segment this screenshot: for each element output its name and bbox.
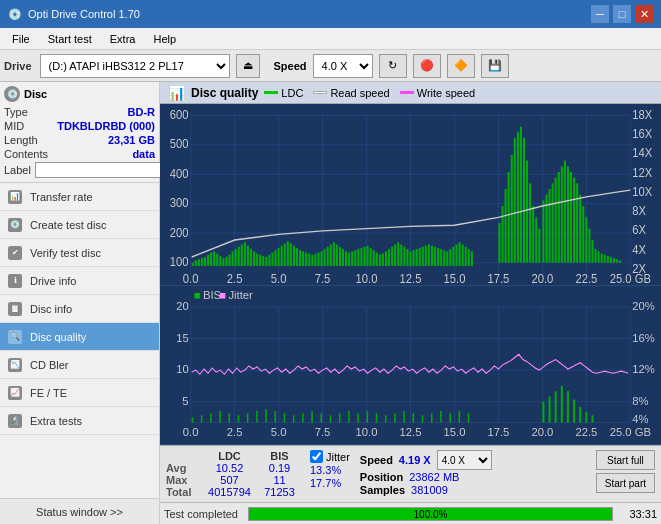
- svg-rect-237: [376, 414, 378, 423]
- svg-rect-238: [385, 416, 387, 423]
- max-jitter: 17.7%: [310, 477, 341, 489]
- sidebar-item-cd-bler[interactable]: 📉 CD Bler: [0, 351, 159, 379]
- svg-text:20.0: 20.0: [531, 272, 553, 286]
- legend-ldc-label: LDC: [281, 87, 303, 99]
- svg-text:300: 300: [170, 196, 189, 211]
- sidebar-item-transfer-rate[interactable]: 📊 Transfer rate: [0, 183, 159, 211]
- sidebar-item-extra-tests[interactable]: 🔬 Extra tests: [0, 407, 159, 435]
- drive-select[interactable]: (D:) ATAPI iHBS312 2 PL17: [40, 54, 230, 78]
- progress-bar-container: Test completed 100.0% 33:31: [160, 502, 661, 524]
- status-window-button[interactable]: Status window >>: [0, 498, 159, 524]
- svg-rect-99: [360, 248, 362, 266]
- disc-label-row: Label 🔍: [4, 162, 155, 178]
- bis-header: BIS: [257, 450, 302, 462]
- svg-rect-60: [241, 245, 243, 267]
- eject-button[interactable]: ⏏: [236, 54, 260, 78]
- svg-rect-241: [413, 414, 415, 423]
- legend: LDC Read speed Write speed: [264, 87, 475, 99]
- svg-text:10X: 10X: [632, 184, 652, 199]
- sidebar-item-verify-test-disc[interactable]: ✔ Verify test disc: [0, 239, 159, 267]
- close-button[interactable]: ✕: [635, 5, 653, 23]
- svg-rect-164: [585, 217, 587, 262]
- menu-extra[interactable]: Extra: [102, 31, 144, 47]
- speed-select[interactable]: 4.0 X: [313, 54, 373, 78]
- svg-rect-125: [440, 249, 442, 266]
- svg-text:600: 600: [170, 107, 189, 122]
- svg-rect-149: [538, 229, 540, 263]
- disc-mid-row: MID TDKBLDRBD (000): [4, 120, 155, 132]
- drive-info-icon: ℹ: [8, 274, 22, 288]
- transfer-rate-icon: 📊: [8, 190, 22, 204]
- start-part-button[interactable]: Start part: [596, 473, 655, 493]
- svg-text:7.5: 7.5: [315, 427, 331, 439]
- svg-rect-139: [508, 172, 510, 263]
- menu-starttest[interactable]: Start test: [40, 31, 100, 47]
- sidebar-item-disc-info-label: Disc info: [30, 303, 72, 315]
- extra-tests-icon: 🔬: [8, 414, 22, 428]
- svg-rect-171: [607, 256, 609, 263]
- svg-rect-112: [400, 245, 402, 267]
- svg-rect-157: [564, 161, 566, 263]
- jitter-checkbox[interactable]: [310, 450, 323, 463]
- svg-text:8X: 8X: [632, 204, 646, 219]
- maximize-button[interactable]: □: [613, 5, 631, 23]
- sidebar-item-drive-info[interactable]: ℹ Drive info: [0, 267, 159, 295]
- refresh-button[interactable]: ↻: [379, 54, 407, 78]
- minimize-button[interactable]: ─: [591, 5, 609, 23]
- sidebar-item-disc-info[interactable]: 📋 Disc info: [0, 295, 159, 323]
- total-label: Total: [166, 486, 202, 498]
- speed-dropdown[interactable]: 4.0 X: [437, 450, 492, 470]
- time-display: 33:31: [617, 508, 657, 520]
- disc-mid-label: MID: [4, 120, 24, 132]
- titlebar: 💿 Opti Drive Control 1.70 ─ □ ✕: [0, 0, 661, 28]
- svg-rect-75: [287, 241, 289, 266]
- menu-file[interactable]: File: [4, 31, 38, 47]
- progress-label: 100.0%: [249, 508, 612, 522]
- max-jitter-val: 17.7%: [310, 477, 350, 489]
- toolbar: Drive (D:) ATAPI iHBS312 2 PL17 ⏏ Speed …: [0, 50, 661, 82]
- svg-rect-119: [422, 247, 424, 266]
- disc-mid-value: TDKBLDRBD (000): [57, 120, 155, 132]
- jitter-checkbox-row: Jitter: [310, 450, 350, 463]
- svg-rect-91: [336, 245, 338, 267]
- svg-rect-102: [370, 248, 372, 266]
- svg-text:15.0: 15.0: [444, 272, 466, 286]
- svg-rect-256: [591, 416, 593, 423]
- svg-rect-45: [195, 260, 197, 266]
- legend-read-speed: Read speed: [313, 87, 389, 99]
- svg-rect-101: [367, 246, 369, 266]
- svg-text:5.0: 5.0: [271, 427, 287, 439]
- svg-rect-249: [549, 397, 551, 423]
- svg-text:10: 10: [176, 363, 188, 375]
- sidebar-item-disc-quality[interactable]: 🔍 Disc quality: [0, 323, 159, 351]
- avg-jitter-val: 13.3%: [310, 464, 350, 476]
- svg-rect-46: [198, 259, 200, 266]
- avg-label: Avg: [166, 462, 202, 474]
- sidebar-item-fe-te[interactable]: 📈 FE / TE: [0, 379, 159, 407]
- start-full-button[interactable]: Start full: [596, 450, 655, 470]
- disc-icon: 💿: [4, 86, 20, 102]
- svg-rect-144: [523, 138, 525, 263]
- svg-text:20: 20: [176, 300, 188, 312]
- save-button[interactable]: 💾: [481, 54, 509, 78]
- svg-rect-90: [333, 242, 335, 266]
- disc-type-label: Type: [4, 106, 28, 118]
- svg-text:2.5: 2.5: [227, 427, 243, 439]
- svg-rect-168: [598, 251, 600, 262]
- svg-rect-104: [376, 252, 378, 266]
- svg-rect-86: [321, 251, 323, 266]
- menu-help[interactable]: Help: [145, 31, 184, 47]
- settings-button2[interactable]: 🔶: [447, 54, 475, 78]
- sidebar-item-drive-info-label: Drive info: [30, 275, 76, 287]
- sidebar-item-transfer-rate-label: Transfer rate: [30, 191, 93, 203]
- svg-rect-74: [284, 243, 286, 266]
- svg-rect-77: [293, 246, 295, 266]
- svg-text:■: ■: [219, 289, 226, 301]
- disc-label-input[interactable]: [35, 162, 168, 178]
- sidebar-item-create-test-disc[interactable]: 💿 Create test disc: [0, 211, 159, 239]
- svg-rect-170: [604, 255, 606, 263]
- settings-button1[interactable]: 🔴: [413, 54, 441, 78]
- disc-header: 💿 Disc: [4, 86, 155, 102]
- svg-rect-226: [275, 411, 277, 423]
- disc-length-value: 23,31 GB: [108, 134, 155, 146]
